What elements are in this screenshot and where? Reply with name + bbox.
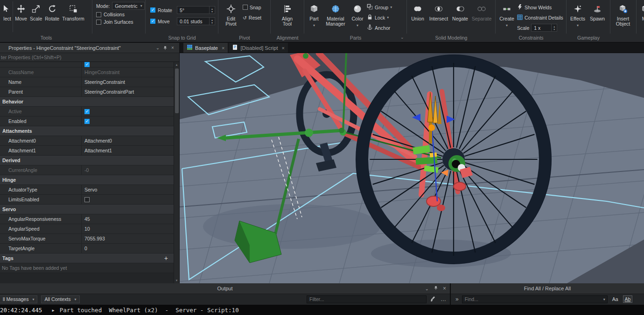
pivot-snap-checkbox[interactable]: Snap [243,3,261,12]
property-value[interactable]: 10 [82,224,174,233]
group-button[interactable]: Group ▾ [367,3,392,12]
move-tool-button[interactable]: Move [14,1,28,32]
overflow-button[interactable]: Mo [638,1,644,32]
join-surfaces-checkbox[interactable]: Join Surfaces [96,19,133,25]
context-filter-dropdown[interactable]: All Contexts▾ [41,295,79,303]
property-value[interactable]: Attachment0 [82,136,174,145]
property-value[interactable]: 45 [82,214,174,224]
output-filter-input[interactable] [307,296,426,302]
pivot-reset-button[interactable]: ↺ Reset [243,13,261,22]
viewport-3d-scene[interactable] [180,53,644,283]
viewport[interactable]: Baseplate × [Disabled] Script × [180,43,644,283]
property-checkbox[interactable] [84,197,90,202]
log-expand-arrow-icon[interactable]: ▸ [51,307,55,314]
expand-replace-icon[interactable]: » [455,296,459,302]
color-button[interactable]: Color ▾ [349,1,366,32]
property-section-behavior[interactable]: Behavior [0,97,174,107]
select-tool-button[interactable]: lect [2,1,13,32]
output-filter-field[interactable] [307,295,427,303]
property-section-servo[interactable]: Servo [0,205,174,214]
rotate-tool-button[interactable]: Rotate [44,1,60,32]
properties-scrollbar[interactable]: ▴ ▾ [174,62,179,283]
property-checkbox[interactable] [84,119,90,124]
snap-move-stepper[interactable]: 0.01 studs ▴▾ [177,17,215,25]
intersect-button[interactable]: Intersect [427,1,450,32]
join-surfaces-checkbox-box[interactable] [96,20,101,25]
material-manager-button[interactable]: Material Manager [323,1,348,32]
more-options-icon[interactable]: … [441,296,446,302]
property-checkbox[interactable] [84,109,90,114]
spawn-button[interactable]: Spawn [588,1,607,32]
snap-rotate-stepper[interactable]: 5° ▴▾ [177,6,215,14]
pivot-snap-checkbox-box[interactable] [243,5,248,10]
properties-filter-input[interactable] [0,53,179,62]
transform-tool-button[interactable]: Transform [61,1,85,32]
match-word-button[interactable]: Ab [623,295,633,303]
chevron-down-icon[interactable]: ⌄ [425,286,429,291]
stepper-arrows-icon[interactable]: ▴▾ [551,24,557,31]
pin-icon[interactable] [161,46,169,50]
insert-object-button[interactable]: Insert Object [612,1,634,32]
close-icon[interactable]: × [443,285,446,292]
property-value[interactable]: -0 [82,165,174,175]
collisions-checkbox[interactable]: Collisions [96,12,125,17]
stepper-arrows-icon[interactable]: ▴▾ [209,7,215,14]
parts-group: Part ▾ Material Manager Color ▾ Group [304,0,407,34]
property-checkbox[interactable] [84,62,90,67]
effects-button[interactable]: Effects ▾ [568,1,587,32]
tab-baseplate[interactable]: Baseplate × [183,43,228,53]
stepper-arrows-icon[interactable]: ▴▾ [209,18,215,25]
negate-button[interactable]: Negate [451,1,469,32]
chevron-down-icon[interactable]: ⌄ [154,45,161,50]
message-filter-dropdown[interactable]: ll Messages▾ [0,295,37,303]
collisions-checkbox-box[interactable] [96,12,101,17]
mode-dropdown[interactable]: Geometric▾ [112,2,145,10]
property-value[interactable]: SteeringConstraintPart [82,87,174,96]
property-value[interactable]: 7055.993 [82,234,174,243]
property-section-derived[interactable]: Derived [0,156,174,165]
property-value[interactable]: 0 [82,244,174,253]
scale-tool-button[interactable]: Scale [29,1,43,32]
anchor-button[interactable]: Anchor [367,23,392,32]
union-button[interactable]: Union [409,1,427,32]
property-value[interactable]: SteeringConstraint [82,77,174,87]
property-value[interactable]: Attachment1 [82,146,174,155]
edit-pivot-button[interactable]: Edit Pivot [220,1,242,32]
close-icon[interactable]: × [281,45,284,51]
parts-dialog-launcher-icon[interactable]: ⌄ [400,35,404,40]
show-welds-button[interactable]: Show Welds [517,3,563,12]
property-value[interactable]: Servo [82,185,174,194]
scroll-down-icon[interactable]: ▾ [176,278,178,283]
find-input[interactable] [462,296,603,302]
property-value[interactable] [82,62,174,67]
tab-disabled-script[interactable]: [Disabled] Script × [229,43,288,53]
part-button[interactable]: Part ▾ [306,1,322,32]
constraint-scale-stepper[interactable]: 1 x ▴▾ [531,24,557,32]
scrollbar-thumb[interactable] [175,68,179,113]
scroll-up-icon[interactable]: ▴ [176,62,178,68]
output-log-row[interactable]: 20:42:24.445 ▸ Part touched WheelPart (x… [0,305,644,315]
properties-filter[interactable] [0,53,179,62]
property-value[interactable] [82,195,174,204]
close-icon[interactable]: × [222,45,224,51]
close-icon[interactable]: × [169,45,176,50]
align-tool-button[interactable]: Align Tool [276,1,299,32]
property-value[interactable] [82,107,174,116]
create-constraint-button[interactable]: Create ▾ [497,1,516,32]
match-case-button[interactable]: Aa [611,296,620,302]
snap-move-checkbox[interactable] [150,19,155,24]
snap-rotate-checkbox[interactable] [150,7,155,13]
find-combo[interactable]: ▾ [462,295,608,303]
gameplay-group: Effects ▾ Spawn [567,0,610,34]
lock-button[interactable]: Lock ▾ [367,13,392,22]
property-section-hinge[interactable]: Hinge [0,175,174,185]
clear-output-icon[interactable] [430,296,437,302]
constraint-details-button[interactable]: Constraint Details [517,13,563,22]
pin-icon[interactable] [434,286,438,291]
property-value[interactable]: HingeConstraint [82,68,174,77]
separate-button[interactable]: Separate [470,1,493,32]
property-section-tags[interactable]: Tags+ [0,253,174,263]
property-value[interactable] [82,116,174,126]
add-tag-button[interactable]: + [164,254,168,262]
property-section-attachments[interactable]: Attachments [0,126,174,136]
